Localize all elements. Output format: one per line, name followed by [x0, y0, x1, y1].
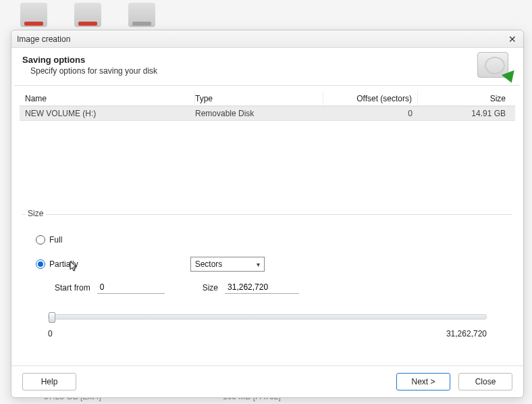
size-slider[interactable]: 0 31,262,720 — [48, 314, 487, 338]
cell-size: 14.91 GB — [418, 109, 515, 118]
col-header-name[interactable]: Name — [20, 91, 195, 105]
col-header-type[interactable]: Type — [195, 91, 323, 105]
chevron-down-icon: ▾ — [257, 261, 260, 268]
background-disk-icons — [20, 3, 155, 27]
close-icon[interactable]: ✕ — [507, 34, 518, 45]
titlebar: Image creation ✕ — [11, 30, 523, 48]
cell-name: NEW VOLUME (H:) — [20, 109, 195, 118]
disk-icon — [20, 3, 47, 27]
radio-full[interactable] — [36, 235, 45, 245]
close-button[interactable]: Close — [458, 373, 512, 390]
help-button[interactable]: Help — [22, 373, 76, 390]
slider-min-label: 0 — [48, 329, 53, 338]
size-input[interactable] — [225, 281, 299, 294]
cell-offset: 0 — [323, 109, 418, 118]
dialog-footer: Help Next > Close — [11, 365, 523, 397]
size-groupbox: Size Full Partially Sectors ▾ Start from… — [22, 214, 512, 347]
radio-full-label: Full — [49, 235, 62, 245]
table-header: Name Type Offset (sectors) Size — [20, 91, 515, 106]
radio-partially-row[interactable]: Partially Sectors ▾ — [36, 255, 499, 273]
slider-max-label: 31,262,720 — [446, 329, 487, 338]
start-from-input[interactable] — [97, 281, 165, 294]
dialog-title: Image creation — [17, 34, 70, 44]
radio-full-row[interactable]: Full — [36, 231, 499, 249]
units-select[interactable]: Sectors ▾ — [190, 257, 265, 272]
volume-table: Name Type Offset (sectors) Size NEW VOLU… — [11, 86, 523, 205]
radio-partially[interactable] — [36, 259, 45, 269]
header-title: Saving options — [22, 55, 512, 65]
image-creation-dialog: Image creation ✕ Saving options Specify … — [11, 30, 524, 398]
radio-partially-label: Partially — [49, 259, 78, 269]
next-button[interactable]: Next > — [396, 373, 450, 390]
slider-track[interactable] — [48, 314, 487, 320]
size-label: Size — [203, 283, 218, 293]
start-from-label: Start from — [55, 283, 90, 293]
slider-thumb[interactable] — [49, 312, 55, 323]
cell-type: Removable Disk — [195, 109, 323, 118]
col-header-size[interactable]: Size — [418, 91, 515, 105]
col-header-offset[interactable]: Offset (sectors) — [323, 91, 418, 105]
group-label: Size — [25, 209, 46, 218]
units-select-value: Sectors — [195, 259, 223, 269]
disk-save-icon — [477, 52, 512, 82]
table-row[interactable]: NEW VOLUME (H:) Removable Disk 0 14.91 G… — [20, 106, 515, 121]
disk-icon — [128, 3, 155, 27]
disk-icon — [74, 3, 101, 27]
dialog-header: Saving options Specify options for savin… — [11, 48, 523, 85]
header-subtitle: Specify options for saving your disk — [30, 66, 512, 76]
